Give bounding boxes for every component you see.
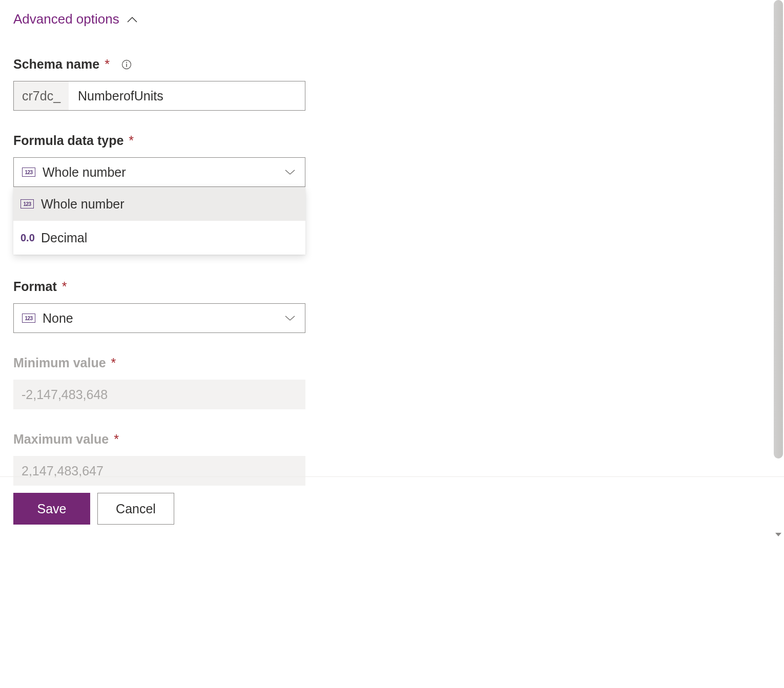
required-marker: * bbox=[114, 432, 119, 447]
svg-rect-2 bbox=[126, 64, 127, 67]
scrollbar-thumb[interactable] bbox=[774, 0, 783, 458]
schema-name-label-row: Schema name * bbox=[13, 57, 771, 72]
minimum-value-field: Minimum value * -2,147,483,648 bbox=[13, 356, 771, 409]
required-marker: * bbox=[111, 356, 116, 370]
chevron-down-icon bbox=[283, 165, 297, 179]
number-icon: 123 bbox=[20, 199, 36, 209]
formula-type-select[interactable]: 123 Whole number 123 Whole number 0.0 De… bbox=[13, 157, 305, 187]
advanced-options-label: Advanced options bbox=[13, 11, 119, 27]
info-icon[interactable] bbox=[121, 59, 132, 70]
min-label: Minimum value bbox=[13, 356, 106, 370]
required-marker: * bbox=[105, 57, 110, 72]
footer: Save Cancel bbox=[13, 493, 174, 525]
form-area: Advanced options Schema name * cr7dc_ Fo… bbox=[0, 0, 784, 476]
save-button[interactable]: Save bbox=[13, 493, 90, 525]
format-select[interactable]: 123 None bbox=[13, 303, 305, 333]
format-field: Format * 123 None bbox=[13, 279, 771, 333]
dropdown-option-whole-number[interactable]: 123 Whole number bbox=[13, 187, 305, 221]
scrollbar-track[interactable] bbox=[773, 0, 784, 688]
chevron-up-icon bbox=[127, 14, 138, 25]
required-marker: * bbox=[62, 279, 67, 294]
schema-name-field: Schema name * cr7dc_ bbox=[13, 57, 771, 111]
number-icon: 123 bbox=[22, 314, 37, 323]
footer-divider bbox=[0, 476, 784, 477]
required-marker: * bbox=[129, 133, 134, 148]
formula-type-selected: Whole number bbox=[43, 165, 283, 180]
schema-name-label: Schema name bbox=[13, 57, 99, 72]
min-label-row: Minimum value * bbox=[13, 356, 771, 370]
number-icon: 123 bbox=[22, 168, 37, 177]
formula-type-label-row: Formula data type * bbox=[13, 133, 771, 148]
decimal-icon: 0.0 bbox=[20, 232, 36, 244]
maximum-value-field: Maximum value * 2,147,483,647 bbox=[13, 432, 771, 486]
formula-data-type-field: Formula data type * 123 Whole number 123… bbox=[13, 133, 771, 187]
format-label: Format bbox=[13, 279, 57, 294]
max-label: Maximum value bbox=[13, 432, 109, 447]
dropdown-option-decimal[interactable]: 0.0 Decimal bbox=[13, 221, 305, 255]
max-value-input[interactable]: 2,147,483,647 bbox=[13, 456, 305, 486]
dropdown-option-label: Whole number bbox=[41, 197, 125, 212]
dropdown-option-label: Decimal bbox=[41, 231, 87, 245]
schema-name-input[interactable] bbox=[69, 81, 305, 110]
cancel-button[interactable]: Cancel bbox=[97, 493, 174, 525]
svg-point-1 bbox=[126, 61, 127, 62]
schema-name-input-row: cr7dc_ bbox=[13, 81, 305, 111]
min-value-input[interactable]: -2,147,483,648 bbox=[13, 380, 305, 409]
schema-prefix: cr7dc_ bbox=[14, 81, 69, 110]
formula-type-dropdown: 123 Whole number 0.0 Decimal bbox=[13, 187, 305, 255]
format-label-row: Format * bbox=[13, 279, 771, 294]
advanced-options-toggle[interactable]: Advanced options bbox=[13, 11, 771, 27]
max-label-row: Maximum value * bbox=[13, 432, 771, 447]
scrollbar-down-arrow-icon[interactable] bbox=[774, 531, 782, 538]
format-selected: None bbox=[43, 311, 283, 326]
chevron-down-icon bbox=[283, 311, 297, 325]
formula-type-label: Formula data type bbox=[13, 133, 123, 148]
